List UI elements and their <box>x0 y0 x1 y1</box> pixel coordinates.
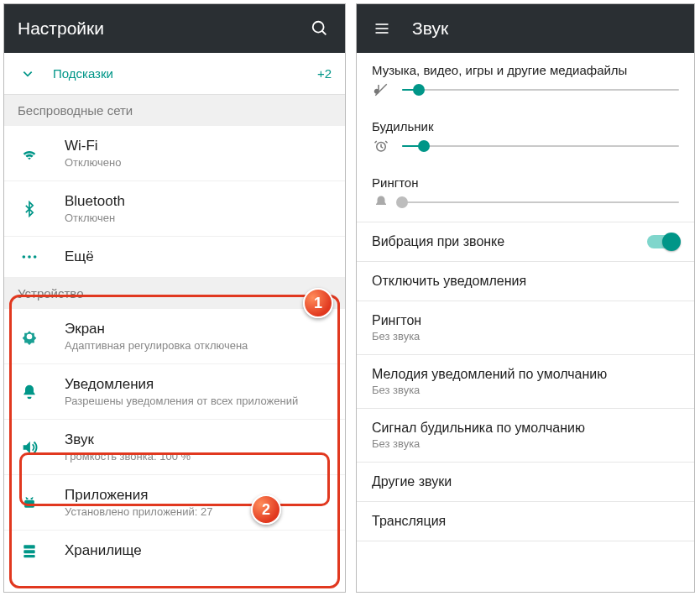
apps-title: Приложения <box>65 487 332 504</box>
settings-header: Настройки <box>4 4 345 53</box>
settings-item-wifi[interactable]: Wi-Fi Отключено <box>4 126 345 181</box>
brightness-icon <box>18 328 41 345</box>
bell-icon <box>18 384 41 400</box>
apps-sub: Установлено приложений: 27 <box>65 505 332 518</box>
settings-item-storage[interactable]: Хранилище <box>4 531 345 571</box>
alarmsound-sub: Без звука <box>372 437 679 450</box>
dnd-title: Отключить уведомления <box>372 274 679 289</box>
media-volume-block: Музыка, видео, игры и другие медиафайлы <box>357 53 694 109</box>
ring-slider[interactable] <box>402 201 679 203</box>
svg-rect-11 <box>24 555 34 557</box>
ringtone-title: Рингтон <box>372 313 679 328</box>
svg-rect-6 <box>24 499 34 507</box>
section-device: Устройство <box>4 278 345 309</box>
svg-point-3 <box>28 255 31 259</box>
notifsound-sub: Без звука <box>372 384 679 396</box>
alarm-icon <box>372 139 390 154</box>
notif-title: Уведомления <box>65 376 332 393</box>
alarm-volume-block: Будильник <box>357 109 694 165</box>
ringtone-sub: Без звука <box>372 330 679 342</box>
ring-volume-block: Рингтон <box>357 165 694 222</box>
settings-item-more[interactable]: Ещё <box>4 237 345 278</box>
notif-sub: Разрешены уведомления от всех приложений <box>65 395 332 407</box>
hamburger-icon[interactable] <box>370 17 394 40</box>
settings-item-display[interactable]: Экран Адаптивная регулировка отключена <box>4 309 345 364</box>
storage-icon <box>18 542 41 559</box>
wifi-icon <box>18 144 41 163</box>
hints-count: +2 <box>317 66 332 81</box>
vibrate-row[interactable]: Вибрация при звонке <box>357 222 694 261</box>
hints-row[interactable]: Подсказки +2 <box>4 53 345 95</box>
volume-icon <box>18 438 41 457</box>
svg-point-5 <box>27 333 33 339</box>
other-title: Другие звуки <box>372 474 679 489</box>
cast-title: Трансляция <box>372 514 679 529</box>
vibrate-title: Вибрация при звонке <box>372 234 647 249</box>
chevron-down-icon <box>18 68 38 80</box>
media-mute-icon <box>372 82 390 97</box>
media-label: Музыка, видео, игры и другие медиафайлы <box>372 63 679 77</box>
sound-panel: Звук Музыка, видео, игры и другие медиаф… <box>356 3 695 593</box>
cast-row[interactable]: Трансляция <box>357 501 694 541</box>
svg-point-2 <box>23 255 26 259</box>
alarmsound-row[interactable]: Сигнал будильника по умолчанию Без звука <box>357 408 694 462</box>
bt-sub: Отключен <box>65 212 332 224</box>
svg-point-0 <box>313 22 324 33</box>
svg-rect-10 <box>24 550 34 553</box>
alarmsound-title: Сигнал будильника по умолчанию <box>372 421 679 436</box>
section-wireless: Беспроводные сети <box>4 95 345 126</box>
bell-muted-icon <box>372 195 390 210</box>
media-slider[interactable] <box>402 89 679 91</box>
settings-panel: Настройки Подсказки +2 Беспроводные сети… <box>3 3 346 593</box>
settings-item-sound[interactable]: Звук Громкость звонка: 100 % <box>4 420 345 475</box>
svg-rect-9 <box>24 545 34 548</box>
settings-title: Настройки <box>18 18 308 39</box>
notifsound-title: Мелодия уведомлений по умолчанию <box>372 367 679 382</box>
sound-title: Звук <box>65 431 332 448</box>
notifsound-row[interactable]: Мелодия уведомлений по умолчанию Без зву… <box>357 354 694 408</box>
more-title: Ещё <box>65 248 332 265</box>
ring-label: Рингтон <box>372 175 679 190</box>
storage-title: Хранилище <box>65 542 332 559</box>
ringtone-row[interactable]: Рингтон Без звука <box>357 301 694 354</box>
sound-title-header: Звук <box>412 18 681 39</box>
search-icon[interactable] <box>308 17 332 40</box>
android-icon <box>18 494 41 511</box>
more-icon <box>18 254 41 259</box>
hints-label: Подсказки <box>53 66 317 81</box>
screen-sub: Адаптивная регулировка отключена <box>65 339 332 352</box>
screen-title: Экран <box>65 321 332 337</box>
bt-title: Bluetooth <box>65 193 332 210</box>
bluetooth-icon <box>18 201 41 217</box>
wifi-sub: Отключено <box>65 156 332 169</box>
vibrate-switch[interactable] <box>647 235 679 248</box>
settings-item-apps[interactable]: Приложения Установлено приложений: 27 <box>4 475 345 531</box>
alarm-slider[interactable] <box>402 145 679 147</box>
dnd-row[interactable]: Отключить уведомления <box>357 261 694 301</box>
sound-sub: Громкость звонка: 100 % <box>65 450 332 463</box>
settings-item-notifications[interactable]: Уведомления Разрешены уведомления от все… <box>4 364 345 420</box>
wifi-title: Wi-Fi <box>65 138 332 154</box>
sound-header: Звук <box>357 4 694 53</box>
svg-point-4 <box>34 255 37 259</box>
settings-item-bluetooth[interactable]: Bluetooth Отключен <box>4 181 345 237</box>
alarm-label: Будильник <box>372 119 679 133</box>
othersounds-row[interactable]: Другие звуки <box>357 462 694 501</box>
svg-line-1 <box>322 31 326 35</box>
